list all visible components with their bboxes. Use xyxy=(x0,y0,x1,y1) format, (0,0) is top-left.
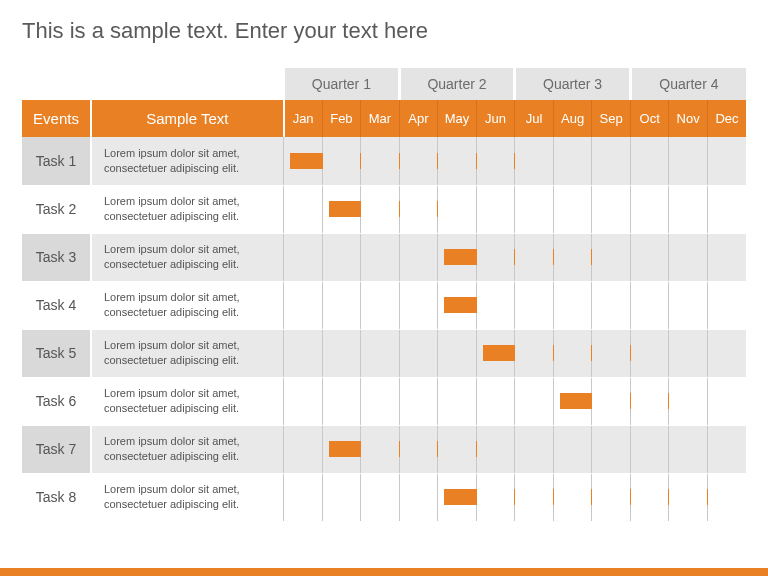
timeline-cell xyxy=(592,329,631,377)
timeline-cell xyxy=(707,281,746,329)
timeline-cell xyxy=(399,329,438,377)
timeline-cell xyxy=(284,281,323,329)
task-description: Lorem ipsum dolor sit amet, consectetuer… xyxy=(91,329,284,377)
timeline-cell xyxy=(322,377,361,425)
timeline-cell xyxy=(630,329,669,377)
timeline-cell xyxy=(630,281,669,329)
month-label: Nov xyxy=(669,100,708,137)
gantt-chart: Quarter 1 Quarter 2 Quarter 3 Quarter 4 … xyxy=(22,68,746,522)
month-label: Apr xyxy=(399,100,438,137)
timeline-cell xyxy=(361,425,400,473)
timeline-cell xyxy=(399,233,438,281)
timeline-cell xyxy=(476,377,515,425)
month-label: Mar xyxy=(361,100,400,137)
timeline-cell xyxy=(361,329,400,377)
month-label: Dec xyxy=(707,100,746,137)
timeline-cell xyxy=(361,233,400,281)
timeline-cell xyxy=(669,377,708,425)
month-header-row: Events Sample Text Jan Feb Mar Apr May J… xyxy=(22,100,746,137)
timeline-cell xyxy=(669,233,708,281)
timeline-cell xyxy=(630,425,669,473)
table-row: Task 6Lorem ipsum dolor sit amet, consec… xyxy=(22,377,746,425)
timeline-cell xyxy=(669,137,708,185)
timeline-cell xyxy=(707,137,746,185)
timeline-cell xyxy=(515,281,554,329)
task-description: Lorem ipsum dolor sit amet, consectetuer… xyxy=(91,233,284,281)
footer-accent-bar xyxy=(0,568,768,576)
page-title: This is a sample text. Enter your text h… xyxy=(22,18,746,44)
timeline-cell xyxy=(284,185,323,233)
task-description: Lorem ipsum dolor sit amet, consectetuer… xyxy=(91,425,284,473)
timeline-cell xyxy=(476,425,515,473)
timeline-cell xyxy=(669,473,708,521)
timeline-cell xyxy=(399,137,438,185)
task-description: Lorem ipsum dolor sit amet, consectetuer… xyxy=(91,377,284,425)
task-name: Task 2 xyxy=(22,185,91,233)
timeline-cell xyxy=(592,185,631,233)
timeline-cell xyxy=(630,233,669,281)
month-label: May xyxy=(438,100,477,137)
task-name: Task 6 xyxy=(22,377,91,425)
task-description: Lorem ipsum dolor sit amet, consectetuer… xyxy=(91,185,284,233)
timeline-cell xyxy=(553,425,592,473)
timeline-cell xyxy=(476,233,515,281)
timeline-cell xyxy=(399,185,438,233)
timeline-cell xyxy=(322,473,361,521)
timeline-cell xyxy=(630,185,669,233)
timeline-cell xyxy=(669,185,708,233)
timeline-cell xyxy=(707,377,746,425)
table-row: Task 5Lorem ipsum dolor sit amet, consec… xyxy=(22,329,746,377)
timeline-cell xyxy=(322,329,361,377)
timeline-cell xyxy=(515,473,554,521)
timeline-cell xyxy=(669,329,708,377)
timeline-cell xyxy=(284,473,323,521)
timeline-cell xyxy=(669,425,708,473)
timeline-cell xyxy=(322,281,361,329)
timeline-cell xyxy=(553,329,592,377)
month-label: Jan xyxy=(284,100,323,137)
timeline-cell xyxy=(399,425,438,473)
month-label: Feb xyxy=(322,100,361,137)
task-description: Lorem ipsum dolor sit amet, consectetuer… xyxy=(91,473,284,521)
timeline-cell xyxy=(284,329,323,377)
quarter-label: Quarter 3 xyxy=(515,68,631,100)
task-description: Lorem ipsum dolor sit amet, consectetuer… xyxy=(91,281,284,329)
timeline-cell xyxy=(438,425,477,473)
timeline-cell xyxy=(515,233,554,281)
quarter-label: Quarter 4 xyxy=(630,68,746,100)
month-label: Jul xyxy=(515,100,554,137)
timeline-cell xyxy=(322,185,361,233)
timeline-cell xyxy=(284,425,323,473)
task-name: Task 5 xyxy=(22,329,91,377)
timeline-cell xyxy=(592,425,631,473)
sample-text-header: Sample Text xyxy=(91,100,284,137)
timeline-cell xyxy=(592,377,631,425)
timeline-cell xyxy=(438,137,477,185)
timeline-cell xyxy=(553,281,592,329)
timeline-cell xyxy=(553,233,592,281)
quarter-header-row: Quarter 1 Quarter 2 Quarter 3 Quarter 4 xyxy=(22,68,746,100)
table-row: Task 7Lorem ipsum dolor sit amet, consec… xyxy=(22,425,746,473)
timeline-cell xyxy=(515,329,554,377)
timeline-cell xyxy=(707,425,746,473)
timeline-cell xyxy=(476,281,515,329)
month-label: Jun xyxy=(476,100,515,137)
task-name: Task 1 xyxy=(22,137,91,185)
timeline-cell xyxy=(438,185,477,233)
timeline-cell xyxy=(322,137,361,185)
timeline-cell xyxy=(438,377,477,425)
timeline-cell xyxy=(322,233,361,281)
timeline-cell xyxy=(476,137,515,185)
task-description: Lorem ipsum dolor sit amet, consectetuer… xyxy=(91,137,284,185)
task-name: Task 4 xyxy=(22,281,91,329)
timeline-cell xyxy=(515,137,554,185)
timeline-cell xyxy=(630,137,669,185)
quarter-label: Quarter 1 xyxy=(284,68,400,100)
timeline-cell xyxy=(707,233,746,281)
timeline-cell xyxy=(438,329,477,377)
timeline-cell xyxy=(553,137,592,185)
timeline-cell xyxy=(515,425,554,473)
task-name: Task 3 xyxy=(22,233,91,281)
timeline-cell xyxy=(515,185,554,233)
timeline-cell xyxy=(707,329,746,377)
